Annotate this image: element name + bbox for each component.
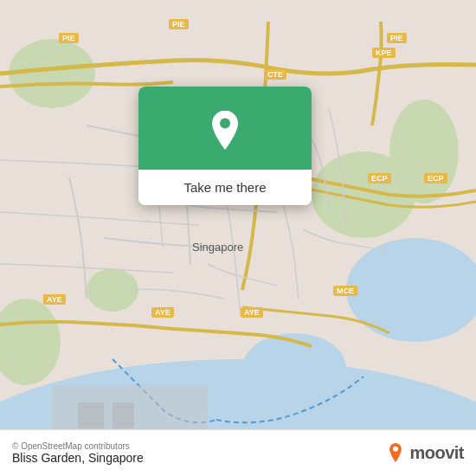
moovit-pin-icon <box>385 443 406 464</box>
location-pin-icon <box>204 111 246 152</box>
bottom-left: © OpenStreetMap contributors Bliss Garde… <box>12 441 144 465</box>
road-label-pie3: PIE <box>387 33 407 43</box>
svg-rect-11 <box>113 402 134 428</box>
bottom-bar: © OpenStreetMap contributors Bliss Garde… <box>0 429 476 476</box>
road-label-mce: MCE <box>333 286 357 296</box>
road-label-ecp1: ECP <box>368 173 391 183</box>
map-attribution: © OpenStreetMap contributors <box>12 441 144 451</box>
map-container: PIE PIE PIE CTE KPE ECP ECP AYE AYE AYE … <box>0 0 476 476</box>
road-label-aye2: AYE <box>151 307 174 318</box>
svg-rect-10 <box>78 402 104 428</box>
popup-green-area <box>138 87 312 170</box>
svg-point-3 <box>242 333 346 402</box>
road-label-aye3: AYE <box>241 307 263 318</box>
road-label-cte: CTE <box>264 69 286 80</box>
singapore-map-label: Singapore <box>192 241 243 254</box>
svg-point-12 <box>220 119 230 129</box>
svg-point-6 <box>389 100 459 203</box>
take-me-there-button[interactable]: Take me there <box>138 170 312 205</box>
location-name: Bliss Garden, Singapore <box>12 451 144 465</box>
popup-card: Take me there <box>138 87 312 205</box>
road-label-ecp2: ECP <box>424 173 447 183</box>
moovit-logo: moovit <box>385 443 464 464</box>
svg-point-13 <box>393 446 398 451</box>
moovit-brand-name: moovit <box>409 443 464 463</box>
road-label-kpe: KPE <box>372 48 396 58</box>
road-label-aye1: AYE <box>43 294 66 305</box>
road-label-pie1: PIE <box>59 33 79 43</box>
road-label-pie2: PIE <box>169 19 189 29</box>
map-background <box>0 0 476 476</box>
